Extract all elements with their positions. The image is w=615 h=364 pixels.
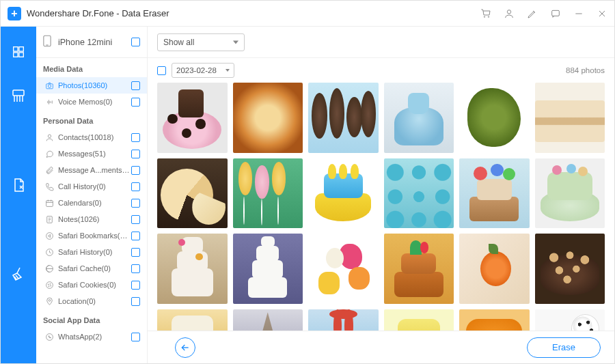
thumb-10[interactable] [384,158,454,229]
photo-count: 884 photos [566,66,605,74]
back-button[interactable] [175,337,195,358]
user-icon[interactable] [504,8,515,19]
sidebar-item-whatsapp[interactable]: WhatsApp(2) [36,328,147,345]
sidebar-item-label: Location(0) [58,297,131,305]
sidebar-item-checkbox[interactable] [131,281,140,290]
feedback-icon[interactable] [550,8,561,19]
sidebar-item-checkbox[interactable] [131,182,140,191]
sidebar-item-note[interactable]: Notes(1026) [36,211,147,227]
thumb-8[interactable] [233,158,303,229]
sidebar-item-attach[interactable]: Message A...ments(34) [36,162,147,178]
rail-shredder-icon[interactable] [1,68,36,156]
thumb-19[interactable] [157,309,228,331]
thumb-7[interactable] [157,158,228,229]
cache-icon [43,264,55,273]
sidebar-item-checkbox[interactable] [131,232,140,240]
sidebar-item-checkbox[interactable] [131,133,140,142]
sidebar-item-label: Messages(51) [58,150,131,158]
sidebar-item-history[interactable]: Safari History(0) [36,244,147,260]
thumb-15[interactable] [308,234,379,304]
titlebar: + Wondershare Dr.Fone - Data Eraser [1,1,614,27]
svg-point-43 [48,285,49,286]
sidebar-item-checkbox[interactable] [131,81,140,90]
thumb-16[interactable] [384,234,454,304]
contact-icon [43,133,55,142]
toolbar: Show all [148,27,614,58]
sidebar-item-camera[interactable]: Photos(10360) [36,77,147,94]
svg-point-44 [49,299,51,301]
sidebar-item-checkbox[interactable] [131,166,140,175]
content-scroll[interactable]: 2023-02-28 884 photos [148,58,614,331]
thumb-12[interactable] [535,158,605,229]
svg-point-42 [50,285,51,286]
call-icon [43,182,55,191]
sidebar-item-call[interactable]: Call History(0) [36,178,147,195]
sidebar-item-location[interactable]: Location(0) [36,293,147,309]
thumb-14[interactable] [233,234,303,304]
sidebar-item-bookmark[interactable]: Safari Bookmarks(1347) [36,227,147,244]
thumb-13[interactable] [157,234,228,304]
thumb-3[interactable] [308,83,379,153]
thumb-24[interactable] [535,309,605,331]
device-row[interactable]: iPhone 12mini [36,27,147,58]
device-checkbox[interactable] [131,38,140,46]
svg-line-14 [17,268,20,273]
edit-icon[interactable] [527,8,538,19]
sidebar-item-checkbox[interactable] [131,98,140,107]
rail-document-icon[interactable] [1,156,36,245]
date-select[interactable]: 2023-02-28 [172,63,234,78]
thumb-17[interactable] [459,234,530,304]
rail-broom-icon[interactable] [1,245,36,334]
thumb-4[interactable] [384,83,454,153]
date-select-label: 2023-02-28 [176,66,217,74]
sidebar-item-calendar[interactable]: Calendars(0) [36,195,147,211]
nav-rail [1,27,36,363]
svg-point-0 [507,10,510,13]
sidebar-item-cache[interactable]: Safari Cache(0) [36,260,147,277]
sidebar-item-message[interactable]: Messages(51) [36,145,147,162]
date-group-checkbox[interactable] [157,66,166,75]
thumb-23[interactable] [459,309,530,331]
photo-grid-partial [157,309,605,331]
sidebar-item-checkbox[interactable] [131,333,140,341]
thumb-18[interactable] [535,234,605,304]
footer: Erase [148,331,614,363]
note-icon [43,215,55,224]
sidebar-item-label: Notes(1026) [58,215,131,223]
sidebar-item-voice[interactable]: Voice Memos(0) [36,94,147,110]
whatsapp-icon [43,333,55,341]
filter-select[interactable]: Show all [157,33,245,51]
sidebar-item-checkbox[interactable] [131,150,140,158]
thumb-9[interactable] [308,158,379,229]
device-name: iPhone 12mini [58,38,131,47]
sidebar-item-checkbox[interactable] [131,264,140,273]
photo-grid [157,83,605,304]
thumb-5[interactable] [459,83,530,153]
sidebar-item-contact[interactable]: Contacts(10018) [36,129,147,145]
sidebar-item-checkbox[interactable] [131,248,140,257]
close-icon[interactable] [597,8,607,19]
sidebar-item-cookie[interactable]: Safari Cookies(0) [36,277,147,293]
sidebar-item-label: Message A...ments(34) [58,166,131,174]
thumb-6[interactable] [535,83,605,153]
app-logo: + [8,7,21,20]
thumb-1[interactable] [157,83,228,153]
svg-rect-1 [552,10,560,16]
sidebar-item-checkbox[interactable] [131,199,140,208]
date-group-header: 2023-02-28 884 photos [157,58,605,83]
thumb-20[interactable] [233,309,303,331]
thumb-21[interactable] [308,309,379,331]
rail-home-icon[interactable] [1,36,36,68]
svg-point-36 [46,232,53,239]
thumb-2[interactable] [233,83,303,153]
sidebar-item-checkbox[interactable] [131,297,140,306]
svg-point-41 [50,283,51,284]
svg-point-40 [48,283,49,284]
minimize-icon[interactable] [573,8,584,19]
sidebar-item-checkbox[interactable] [131,215,140,224]
cart-icon[interactable] [480,8,491,19]
thumb-22[interactable] [384,309,454,331]
attach-icon [43,166,55,175]
thumb-11[interactable] [459,158,530,229]
erase-button[interactable]: Erase [527,337,601,358]
